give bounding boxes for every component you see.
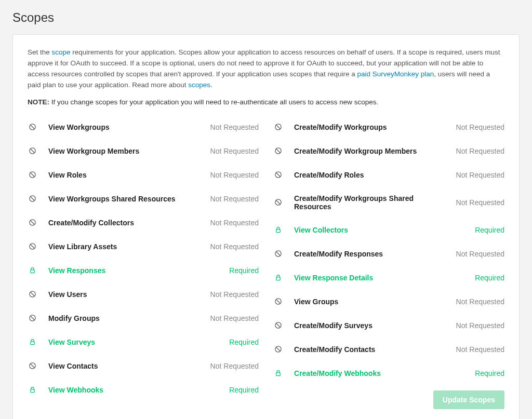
lock-icon <box>28 337 37 347</box>
scope-label[interactable]: Create/Modify Responses <box>294 250 450 258</box>
update-scopes-button[interactable]: Update Scopes <box>433 390 504 409</box>
note-text: NOTE: If you change scopes for your appl… <box>28 98 504 106</box>
scope-label[interactable]: Create/Modify Webhooks <box>294 369 469 377</box>
scope-label[interactable]: Create/Modify Collectors <box>48 219 204 227</box>
scope-label[interactable]: Create/Modify Workgroup Members <box>294 147 450 155</box>
scope-row: View UsersNot Requested <box>28 282 259 306</box>
scope-row: Create/Modify WebhooksRequired <box>273 361 504 385</box>
scope-label[interactable]: View Response Details <box>294 274 469 282</box>
scope-label[interactable]: Create/Modify Contacts <box>294 345 450 354</box>
scope-label[interactable]: View Users <box>48 290 204 299</box>
scope-row: Create/Modify WorkgroupsNot Requested <box>273 115 504 139</box>
footer-row: Update Scopes <box>273 385 504 409</box>
scope-label[interactable]: View Responses <box>48 266 223 275</box>
scope-label[interactable]: View Collectors <box>294 226 469 234</box>
scope-status: Not Requested <box>456 147 504 155</box>
lock-icon <box>273 369 283 378</box>
not-allowed-icon <box>28 314 37 323</box>
scope-label[interactable]: View Contacts <box>48 362 204 370</box>
scope-status: Required <box>475 369 504 377</box>
scope-row: View Workgroups Shared ResourcesNot Requ… <box>28 187 259 211</box>
not-allowed-icon <box>28 194 37 204</box>
scope-row: Create/Modify Workgroups Shared Resource… <box>273 187 504 218</box>
scope-row: View RolesNot Requested <box>28 163 259 187</box>
scope-row: View GroupsNot Requested <box>273 290 504 314</box>
paid-plan-link[interactable]: paid SurveyMonkey plan <box>357 70 434 78</box>
scope-row: Create/Modify Workgroup MembersNot Reque… <box>273 139 504 163</box>
scope-status: Required <box>475 226 504 234</box>
scope-status: Not Requested <box>456 345 504 354</box>
scope-status: Required <box>229 266 259 275</box>
scope-row: View WebhooksRequired <box>28 378 259 402</box>
scope-status: Not Requested <box>210 242 259 251</box>
scope-status: Not Requested <box>210 290 259 299</box>
scope-row: View ResponsesRequired <box>28 259 259 282</box>
scope-row: Create/Modify ResponsesNot Requested <box>273 242 504 266</box>
scope-row: View Response DetailsRequired <box>273 266 504 290</box>
note-body: If you change scopes for your applicatio… <box>51 98 379 106</box>
scope-label[interactable]: View Workgroup Members <box>48 147 204 155</box>
scope-row: Create/Modify ContactsNot Requested <box>273 337 504 361</box>
not-allowed-icon <box>273 198 283 207</box>
scope-status: Not Requested <box>210 195 259 203</box>
scopes-column-left: View WorkgroupsNot RequestedView Workgro… <box>28 115 259 409</box>
scope-label[interactable]: Create/Modify Roles <box>294 171 450 179</box>
not-allowed-icon <box>28 146 37 156</box>
scope-row: View Library AssetsNot Requested <box>28 235 259 259</box>
scope-status: Not Requested <box>210 171 259 179</box>
not-allowed-icon <box>28 123 37 132</box>
lock-icon <box>273 225 283 235</box>
scope-label[interactable]: View Groups <box>294 298 450 306</box>
scope-status: Not Requested <box>210 147 259 155</box>
not-allowed-icon <box>273 146 283 156</box>
scope-status: Not Requested <box>210 123 259 131</box>
not-allowed-icon <box>273 123 283 132</box>
scope-row: View SurveysRequired <box>28 330 259 354</box>
not-allowed-icon <box>273 345 283 354</box>
scope-label[interactable]: View Workgroups <box>48 123 204 131</box>
scopes-grid: View WorkgroupsNot RequestedView Workgro… <box>28 115 504 409</box>
scope-row: View Workgroup MembersNot Requested <box>28 139 259 163</box>
scope-status: Required <box>229 386 259 394</box>
not-allowed-icon <box>28 218 37 227</box>
scope-label[interactable]: Modify Groups <box>48 314 204 322</box>
scopes-column-right: Create/Modify WorkgroupsNot RequestedCre… <box>273 115 504 409</box>
scope-row: View ContactsNot Requested <box>28 354 259 378</box>
scope-label[interactable]: Create/Modify Workgroups <box>294 123 450 131</box>
scope-label[interactable]: View Workgroups Shared Resources <box>48 195 204 203</box>
scope-status: Not Requested <box>210 219 259 227</box>
scope-row: View CollectorsRequired <box>273 218 504 242</box>
scope-status: Not Requested <box>456 321 504 330</box>
scope-row: Create/Modify RolesNot Requested <box>273 163 504 187</box>
scope-link[interactable]: scope <box>52 48 71 56</box>
scope-row: Create/Modify CollectorsNot Requested <box>28 211 259 235</box>
scope-label[interactable]: View Webhooks <box>48 386 223 394</box>
scope-status: Not Requested <box>456 123 504 131</box>
scopes-panel: Set the scope requirements for your appl… <box>12 34 520 419</box>
lock-icon <box>28 266 37 275</box>
scope-label[interactable]: Create/Modify Surveys <box>294 321 450 330</box>
intro-segment: Set the <box>28 48 52 56</box>
scopes-docs-link[interactable]: scopes <box>188 81 210 89</box>
not-allowed-icon <box>273 297 283 306</box>
lock-icon <box>273 273 283 282</box>
not-allowed-icon <box>28 290 37 299</box>
scope-label[interactable]: View Library Assets <box>48 242 204 251</box>
not-allowed-icon <box>273 321 283 330</box>
page-title: Scopes <box>12 10 520 25</box>
not-allowed-icon <box>28 170 37 180</box>
not-allowed-icon <box>273 170 283 180</box>
scope-status: Not Requested <box>456 298 504 306</box>
scope-status: Not Requested <box>456 171 504 179</box>
scope-label[interactable]: View Roles <box>48 171 204 179</box>
scope-label[interactable]: Create/Modify Workgroups Shared Resource… <box>294 194 450 211</box>
lock-icon <box>28 385 37 395</box>
scope-label[interactable]: View Surveys <box>48 338 223 346</box>
scope-status: Required <box>229 338 259 346</box>
scope-row: View WorkgroupsNot Requested <box>28 115 259 139</box>
scope-status: Not Requested <box>456 250 504 258</box>
scope-row: Modify GroupsNot Requested <box>28 306 259 330</box>
note-prefix: NOTE: <box>28 98 51 106</box>
scope-row: Create/Modify SurveysNot Requested <box>273 314 504 337</box>
intro-text: Set the scope requirements for your appl… <box>28 47 504 91</box>
